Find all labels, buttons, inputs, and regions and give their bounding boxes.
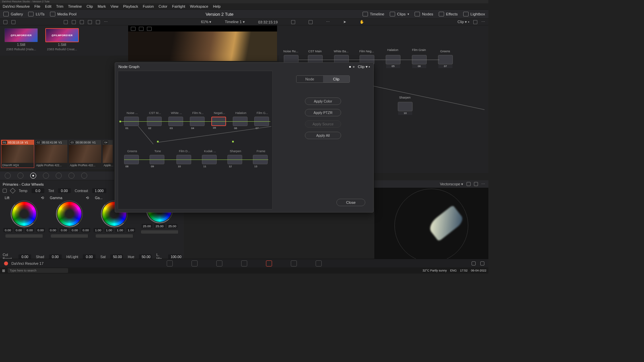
menu-color[interactable]: Color: [159, 4, 167, 8]
colboost-value[interactable]: 0.00: [18, 254, 31, 259]
timecode[interactable]: 03:32:15:19: [258, 20, 278, 24]
cut-page-icon[interactable]: [192, 260, 198, 266]
gain-slider[interactable]: [96, 234, 133, 238]
menu-davinci[interactable]: DaVinci Resolve: [3, 4, 30, 8]
lightbox-toggle[interactable]: Lightbox: [463, 12, 485, 16]
node-scope-selector[interactable]: Clip ▾ •: [458, 20, 469, 24]
apply-ptzr-button[interactable]: Apply PTZR: [305, 109, 341, 116]
reset-icon[interactable]: ⟲: [41, 196, 44, 200]
effects-toggle[interactable]: Effects: [439, 12, 458, 16]
timeline-toggle[interactable]: Timeline: [363, 12, 384, 16]
clock-time[interactable]: 17:52: [460, 269, 468, 272]
qualifier-tool-icon[interactable]: [17, 173, 23, 179]
wheels-tool-icon[interactable]: [30, 173, 36, 179]
viewer-window-icon[interactable]: [139, 27, 144, 31]
gallery-toggle[interactable]: Gallery: [3, 12, 23, 16]
viewer-qualifier-icon[interactable]: [131, 27, 136, 31]
lang-indicator[interactable]: ENG: [450, 269, 457, 272]
node-reset-icon[interactable]: [473, 20, 477, 24]
graph-node[interactable]: 10: [398, 102, 413, 111]
apply-source-button[interactable]: Apply Source: [305, 120, 341, 128]
graph-node[interactable]: 07: [438, 55, 453, 64]
sat-value[interactable]: 50.00: [110, 254, 123, 259]
clips-toggle[interactable]: Clips▾: [390, 12, 410, 16]
menu-view[interactable]: View: [110, 4, 118, 8]
menu-trim[interactable]: Trim: [56, 4, 63, 8]
nodes-toggle[interactable]: Nodes: [415, 12, 433, 16]
menu-clip[interactable]: Clip: [87, 4, 93, 8]
offset-slider[interactable]: [141, 230, 178, 234]
tint-value[interactable]: 0.00: [58, 188, 71, 193]
menu-fusion[interactable]: Fusion: [143, 4, 154, 8]
picker-icon[interactable]: [10, 188, 16, 194]
dialog-graph-pane[interactable]: Noise ... 01 CST M... 02 White ... 03 Fi…: [118, 71, 273, 209]
luts-toggle[interactable]: LUTs: [28, 12, 44, 16]
weather-widget[interactable]: 32°C Partly sunny: [423, 269, 447, 272]
tab-node[interactable]: Node: [297, 76, 323, 82]
contrast-value[interactable]: 1.000: [92, 188, 106, 193]
media-page-icon[interactable]: [167, 260, 173, 266]
more-icon[interactable]: ⋯: [104, 20, 108, 24]
tracker-tool-icon[interactable]: [56, 173, 62, 179]
scope-type-selector[interactable]: Vectorscope ▾: [440, 182, 463, 186]
settings-icon[interactable]: [480, 261, 484, 265]
lift-wheel[interactable]: [12, 202, 36, 226]
search-icon[interactable]: [88, 20, 92, 24]
close-button[interactable]: Close: [336, 199, 365, 206]
auto-balance-icon[interactable]: [3, 189, 7, 193]
scope-expand-icon[interactable]: [474, 182, 478, 186]
deliver-page-icon[interactable]: [316, 260, 322, 266]
menu-help[interactable]: Help: [213, 4, 221, 8]
reset-icon[interactable]: ⟲: [86, 196, 89, 200]
mediapool-toggle[interactable]: Media Pool: [50, 12, 77, 16]
scope-more-icon[interactable]: ⋯: [481, 182, 485, 186]
home-icon[interactable]: [472, 261, 476, 265]
gallery-still[interactable]: @FILMFOREVER 1.Still 2383 Rebuild (Hala.…: [3, 28, 39, 53]
dialog-scope-selector[interactable]: Clip ▾ •: [358, 64, 370, 69]
fullscreen-icon[interactable]: [309, 20, 313, 24]
grid-icon[interactable]: [72, 20, 76, 24]
tab-clip[interactable]: Clip: [323, 76, 350, 82]
grab-still-icon[interactable]: [3, 20, 7, 24]
lift-val[interactable]: 0.00: [3, 228, 12, 232]
viewer[interactable]: [128, 25, 277, 61]
more-viewer-icon[interactable]: ⋯: [326, 20, 330, 24]
window-tool-icon[interactable]: [43, 173, 49, 179]
gamma-wheel[interactable]: [57, 202, 82, 226]
menu-playback[interactable]: Playback: [123, 4, 138, 8]
edit-page-icon[interactable]: [216, 260, 222, 266]
menu-workspace[interactable]: Workspace: [190, 4, 208, 8]
clip-thumb[interactable]: 0205:02:41:08V1 Apple ProRes 422...: [35, 140, 68, 168]
color-page-icon[interactable]: [266, 260, 272, 266]
menu-fairlight[interactable]: Fairlight: [172, 4, 185, 8]
list-icon[interactable]: [80, 20, 84, 24]
clip-thumb[interactable]: 0103:32:15:19V1 DNxHR HQX: [1, 140, 34, 168]
hilight-value[interactable]: 0.00: [83, 254, 96, 259]
lift-slider[interactable]: [6, 234, 43, 238]
menu-edit[interactable]: Edit: [45, 4, 51, 8]
loop-icon[interactable]: [291, 20, 295, 24]
menu-timeline[interactable]: Timeline: [68, 4, 82, 8]
hue-value[interactable]: 50.00: [139, 254, 152, 259]
timeline-selector[interactable]: Timeline 1 ▾: [225, 20, 245, 24]
hand-icon[interactable]: ✋: [360, 20, 364, 24]
gallery-still[interactable]: @FILMFOREVER 1.Still 2383 Rebuild Creat.…: [44, 28, 80, 53]
scope-settings-icon[interactable]: [467, 182, 471, 186]
pointer-icon[interactable]: ➤: [343, 20, 346, 24]
key-tool-icon[interactable]: [81, 173, 87, 179]
start-icon[interactable]: ⊞: [2, 268, 5, 273]
taskbar-search[interactable]: Type here to search: [8, 268, 68, 273]
clip-thumb[interactable]: 0300:00:00:00V1 Apple ProRes 422...: [69, 140, 101, 168]
menu-file[interactable]: File: [35, 4, 41, 8]
clip-thumb[interactable]: 04 Apple...: [103, 140, 113, 168]
shad-value[interactable]: 0.00: [49, 254, 62, 259]
fairlight-page-icon[interactable]: [291, 260, 297, 266]
temp-value[interactable]: 0.0: [32, 188, 44, 193]
lmix-value[interactable]: 100.00: [168, 254, 181, 259]
viewer-zoom[interactable]: 61% ▾: [201, 20, 211, 24]
sort-icon[interactable]: [64, 20, 68, 24]
gamma-slider[interactable]: [51, 234, 88, 238]
clock-date[interactable]: 06-04-2022: [471, 269, 486, 272]
menu-mark[interactable]: Mark: [98, 4, 106, 8]
viewer-wand-icon[interactable]: [147, 27, 152, 31]
